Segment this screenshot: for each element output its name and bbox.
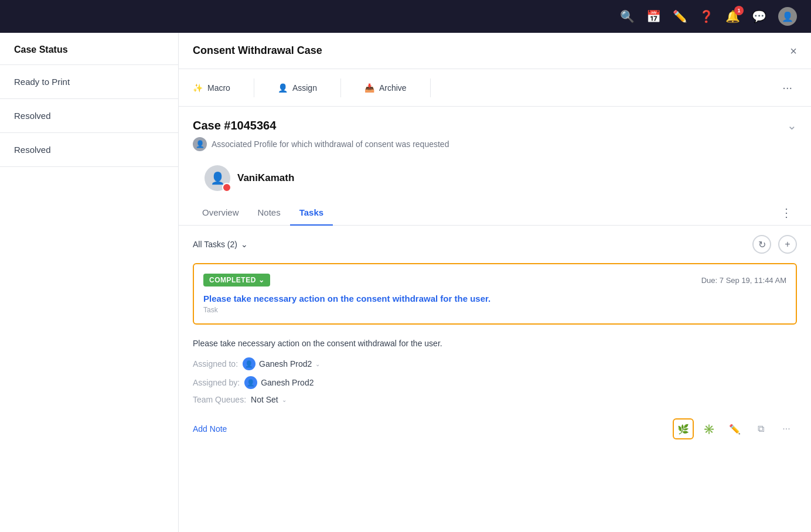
assign-button[interactable]: 👤 Assign xyxy=(254,79,341,97)
tab-tasks[interactable]: Tasks xyxy=(290,200,333,226)
tab-overview[interactable]: Overview xyxy=(193,200,248,226)
case-desc-text: Associated Profile for which withdrawal … xyxy=(212,139,449,149)
top-bar: 🔍 📅 ✏️ ❓ 🔔 1 💬 👤 xyxy=(0,0,811,33)
tab-notes[interactable]: Notes xyxy=(248,200,290,226)
user-profile-row: 👤 VaniKamath xyxy=(193,161,797,200)
chat-icon[interactable]: 💬 xyxy=(752,9,766,23)
case-collapse-icon[interactable]: ⌄ xyxy=(787,118,797,132)
panel: Consent Withdrawal Case × ✨ Macro 👤 Assi… xyxy=(179,33,811,532)
notification-badge: 1 xyxy=(734,6,744,15)
case-info: Case #1045364 ⌄ 👤 Associated Profile for… xyxy=(179,107,811,200)
profile-icon: 👤 xyxy=(193,137,207,151)
assigned-to-icon: 👤 xyxy=(243,357,255,370)
task-action-icons: 🌿 ✳️ ✏️ ⧉ ··· xyxy=(673,418,797,439)
toolbar-more-button[interactable]: ··· xyxy=(778,76,797,99)
assigned-by-name: Ganesh Prod2 xyxy=(261,378,314,387)
team-queues-dropdown-icon[interactable]: ⌄ xyxy=(282,397,287,403)
sidebar-item-ready-to-print[interactable]: Ready to Print xyxy=(0,65,178,99)
assigned-to-name: Ganesh Prod2 xyxy=(259,359,312,369)
team-queues-name: Not Set xyxy=(251,395,278,404)
toolbar: ✨ Macro 👤 Assign 📥 Archive ··· xyxy=(179,69,811,107)
help-icon[interactable]: ❓ xyxy=(699,9,714,23)
case-number: Case #1045364 xyxy=(193,119,276,132)
main-layout: Case Status Ready to Print Resolved Reso… xyxy=(0,33,811,532)
task-title-link[interactable]: Please take necessary action on the cons… xyxy=(203,294,786,303)
user-avatar-badge xyxy=(222,183,231,192)
more-action-icon[interactable]: ··· xyxy=(776,418,797,439)
search-icon[interactable]: 🔍 xyxy=(620,9,635,23)
assign-label: Assign xyxy=(292,83,317,93)
panel-header: Consent Withdrawal Case × xyxy=(179,33,811,69)
macro-button[interactable]: ✨ Macro xyxy=(193,79,254,97)
status-dropdown-icon: ⌄ xyxy=(258,276,265,284)
add-task-button[interactable]: + xyxy=(778,235,797,254)
case-description: 👤 Associated Profile for which withdrawa… xyxy=(193,137,797,151)
sparkle-action-icon[interactable]: ✳️ xyxy=(698,418,720,439)
due-label: Due: xyxy=(701,276,717,285)
task-type: Task xyxy=(203,306,786,314)
notes-action-button[interactable]: 🌿 xyxy=(673,418,694,439)
case-number-row: Case #1045364 ⌄ xyxy=(193,118,797,132)
due-date-value: 7 Sep 19, 11:44 AM xyxy=(720,276,786,285)
refresh-button[interactable]: ↻ xyxy=(752,235,771,254)
assigned-by-label: Assigned by: xyxy=(193,378,240,387)
macro-icon: ✨ xyxy=(193,83,203,93)
task-detail: Please take necessary action on the cons… xyxy=(193,334,797,444)
archive-button[interactable]: 📥 Archive xyxy=(341,79,431,97)
user-avatar: 👤 xyxy=(205,165,230,191)
tasks-filter-chevron-icon: ⌄ xyxy=(241,240,248,249)
notification-icon[interactable]: 🔔 1 xyxy=(725,9,740,23)
task-card: COMPLETED ⌄ Due: 7 Sep 19, 11:44 AM Plea… xyxy=(193,263,797,325)
calendar-icon[interactable]: 📅 xyxy=(646,9,661,23)
tabs-more-button[interactable]: ⋮ xyxy=(776,201,797,224)
sidebar-section-title: Case Status xyxy=(0,33,178,65)
sidebar-item-resolved-1[interactable]: Resolved xyxy=(0,99,178,133)
team-queues-row: Team Queues: Not Set ⌄ xyxy=(193,395,797,404)
task-actions-row: Add Note 🌿 ✳️ ✏️ ⧉ ··· xyxy=(193,414,797,439)
tabs: Overview Notes Tasks ⋮ xyxy=(179,200,811,226)
close-button[interactable]: × xyxy=(790,45,797,57)
task-detail-desc: Please take necessary action on the cons… xyxy=(193,339,797,348)
status-badge[interactable]: COMPLETED ⌄ xyxy=(203,274,270,287)
user-name: VaniKamath xyxy=(237,172,294,184)
team-queues-label: Team Queues: xyxy=(193,395,246,404)
archive-icon: 📥 xyxy=(364,83,374,93)
tasks-actions: ↻ + xyxy=(752,235,797,254)
sidebar: Case Status Ready to Print Resolved Reso… xyxy=(0,33,179,532)
assigned-to-row: Assigned to: 👤 Ganesh Prod2 ⌄ xyxy=(193,357,797,370)
add-note-link[interactable]: Add Note xyxy=(193,424,227,434)
sidebar-item-resolved-2[interactable]: Resolved xyxy=(0,133,178,167)
team-queues-value: Not Set ⌄ xyxy=(251,395,287,404)
assigned-to-dropdown-icon[interactable]: ⌄ xyxy=(315,361,320,367)
edit-action-icon[interactable]: ✏️ xyxy=(724,418,745,439)
assigned-by-row: Assigned by: 👤 Ganesh Prod2 xyxy=(193,376,797,389)
panel-title: Consent Withdrawal Case xyxy=(193,45,322,57)
archive-label: Archive xyxy=(379,83,407,93)
tasks-area: All Tasks (2) ⌄ ↻ + COMPLETED ⌄ Due: xyxy=(179,226,811,532)
due-date: Due: 7 Sep 19, 11:44 AM xyxy=(701,276,786,285)
assigned-by-value: 👤 Ganesh Prod2 xyxy=(244,376,314,389)
user-avatar-icon[interactable]: 👤 xyxy=(778,7,797,26)
assigned-to-value: 👤 Ganesh Prod2 ⌄ xyxy=(243,357,320,370)
copy-action-icon[interactable]: ⧉ xyxy=(750,418,771,439)
tasks-filter-row: All Tasks (2) ⌄ ↻ + xyxy=(193,235,797,254)
assigned-by-icon: 👤 xyxy=(244,376,257,389)
assigned-to-label: Assigned to: xyxy=(193,359,238,369)
tasks-filter-dropdown[interactable]: All Tasks (2) ⌄ xyxy=(193,240,248,249)
status-badge-text: COMPLETED xyxy=(209,276,256,284)
macro-label: Macro xyxy=(207,83,230,93)
task-card-header: COMPLETED ⌄ Due: 7 Sep 19, 11:44 AM xyxy=(203,274,786,287)
edit-icon[interactable]: ✏️ xyxy=(673,9,687,23)
tasks-filter-text: All Tasks (2) xyxy=(193,240,237,249)
assign-icon: 👤 xyxy=(278,83,288,93)
